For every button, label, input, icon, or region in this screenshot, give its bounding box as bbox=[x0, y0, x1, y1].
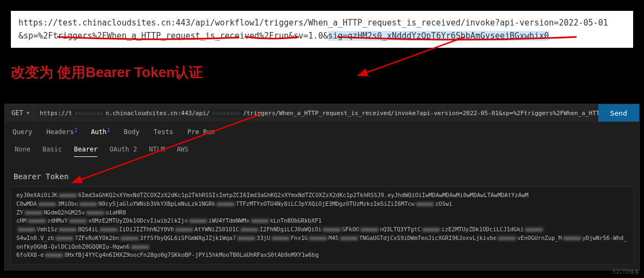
auth-type-basic[interactable]: Basic bbox=[42, 146, 62, 157]
http-method-value: GET bbox=[11, 109, 23, 117]
url-line1: https://test.chinacloudsites.cn:443/api/… bbox=[18, 18, 608, 28]
api-client-panel: GET ▼ https://txxxxxxxxn.chinacloudsites… bbox=[4, 104, 640, 270]
annotation-headline: 改变为 使用Bearer Token认证 bbox=[11, 63, 644, 82]
tab-tests[interactable]: Tests bbox=[153, 128, 173, 140]
watermark: 51CTO博客 bbox=[612, 268, 640, 276]
auth-type-aws[interactable]: AWS bbox=[177, 146, 189, 157]
tab-headers[interactable]: Headers2 bbox=[46, 128, 77, 140]
tab-body[interactable]: Body bbox=[123, 128, 139, 140]
tab-query[interactable]: Query bbox=[13, 128, 32, 140]
auth-type-ntlm[interactable]: NTLM bbox=[149, 146, 165, 157]
auth-type-tabs: None Basic Bearer OAuth 2 NTLM AWS bbox=[5, 140, 639, 162]
tab-prerun[interactable]: Pre Run bbox=[187, 128, 215, 140]
url-line2-pre: &sp=%2Ftriggers%2FWhen_a_HTTP_request_is… bbox=[18, 31, 328, 41]
auth-type-bearer[interactable]: Bearer bbox=[74, 146, 97, 157]
request-url-input[interactable]: https://txxxxxxxxn.chinacloudsites.cn:44… bbox=[34, 104, 598, 122]
bearer-token-textarea[interactable]: eyJ0eXAiOiJK■■■■■6Imd3aGhKQ2xXYmxNdTZCOX… bbox=[10, 186, 634, 264]
request-tabs: Query Headers2 Auth1 Body Tests Pre Run bbox=[5, 122, 639, 140]
url-sig-highlight: sig=qzHM2s0_xNdddYzQpT6Yr6SbbAmGvseejBGx… bbox=[328, 31, 549, 41]
auth-type-oauth2[interactable]: OAuth 2 bbox=[109, 146, 137, 157]
chevron-down-icon: ▼ bbox=[27, 110, 29, 116]
auth-type-none[interactable]: None bbox=[15, 146, 30, 157]
request-bar: GET ▼ https://txxxxxxxxn.chinacloudsites… bbox=[5, 104, 639, 122]
bearer-token-label: Bearer Token bbox=[5, 162, 639, 184]
send-button[interactable]: Send bbox=[598, 104, 639, 122]
http-method-select[interactable]: GET ▼ bbox=[5, 104, 34, 122]
url-display-box: https://test.chinacloudsites.cn:443/api/… bbox=[11, 11, 633, 48]
tab-auth[interactable]: Auth1 bbox=[91, 128, 109, 140]
